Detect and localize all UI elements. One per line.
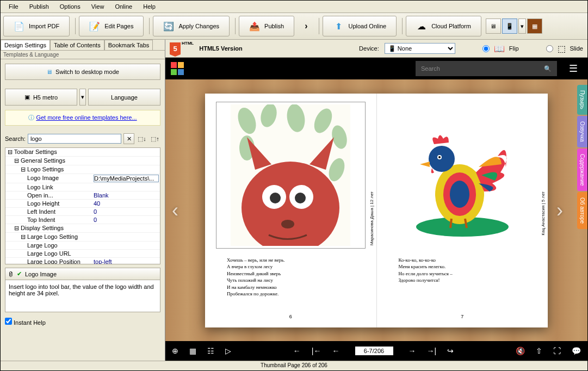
preview-search-box[interactable]: Search 🔍 [416,61,557,76]
left-page-poem: Хочешь – верь, или не верь. А вчера в гл… [216,254,366,301]
import-pdf-button[interactable]: 📄 Import PDF [3,16,70,36]
zoom-icon[interactable]: ⊕ [172,347,178,355]
sort-desc-button[interactable]: ⬚↑ [150,133,160,144]
theme-icon: ▣ [24,94,30,101]
tab-bookmark[interactable]: Bookmark Tabs [104,40,153,50]
publish-button[interactable]: 📤 Publish [239,16,294,36]
apply-changes-label: Apply Changes [178,23,219,29]
tree-row[interactable]: Large Logo [5,242,160,250]
book-area: ‹ › ПузырьОзвучкаСодержаниеОб авторе [165,79,587,341]
publish-label: Publish [264,23,284,29]
upload-icon: ⬆ [333,21,344,32]
page-counter-input[interactable] [355,347,393,355]
language-button[interactable]: Language [88,89,160,106]
tree-row[interactable]: Top Indent0 [5,216,160,224]
sound-icon[interactable]: 🔇 [516,347,525,355]
thumbnails-icon[interactable]: ▦ [189,347,196,355]
cloud-platform-button[interactable]: ☁ Cloud Platform [406,16,481,36]
help-icon: 🛢 [8,271,14,277]
menu-options[interactable]: Options [54,2,86,11]
bookmark-tab[interactable]: Об авторе [577,192,587,229]
right-page-poem: Ко-ко-ко, ко-ко-ко Меня красить нелегко.… [388,254,537,287]
svg-point-18 [429,146,455,172]
sort-asc-button[interactable]: ⬚↓ [137,133,147,144]
bookmark-tab[interactable]: Содержание [577,149,587,191]
tab-design-settings[interactable]: Design Settings [1,40,50,50]
cloud-icon: ☁ [416,21,427,32]
apply-changes-button[interactable]: 🔄 Apply Changes [153,16,230,36]
book-spread: Марасинова Даша | 12 лет Хочешь – верь, … [205,94,548,327]
share-icon[interactable]: ⇧ [536,347,542,355]
search-input[interactable] [28,134,121,144]
theme-dropdown-button[interactable]: ▾ [79,89,86,106]
html5-icon: 5 [170,42,181,54]
tree-row[interactable]: Open in...Blank [5,191,160,200]
right-panel: 5 HTML HTML5 Version Device: 📱 None 📖 Fl… [165,40,587,361]
right-page-number: 7 [388,314,537,319]
forward-icon[interactable]: ↪ [447,347,454,355]
menu-file[interactable]: File [3,2,24,11]
slide-radio[interactable] [546,45,553,52]
comment-icon[interactable]: 💬 [572,347,581,355]
bookmark-tab[interactable]: Пузырь [577,85,587,115]
settings-tree[interactable]: ⊟ Toolbar Settings⊟ General Settings⊟ Lo… [5,147,160,264]
html5-badge: 5 HTML HTML5 Version [170,42,243,54]
hamburger-icon[interactable]: ☰ [569,63,582,75]
next-page-arrow[interactable]: › [556,199,563,222]
edit-icon: 📝 [89,21,100,32]
reader-bottom-bar: ⊕ ▦ ☷ ▷ ← |← ← → →| ↪ 🔇 ⇧ ⛶ 💬 [165,341,587,361]
fullscreen-icon[interactable]: ⛶ [553,347,561,355]
prev-icon[interactable]: ← [332,347,340,355]
cloud-platform-label: Cloud Platform [431,23,471,29]
tree-row[interactable]: ⊟ Display Settings [5,224,160,233]
tree-row[interactable]: ⊟ General Settings [5,157,160,165]
prev-page-arrow[interactable]: ‹ [172,199,178,222]
menu-help[interactable]: Help [138,2,161,11]
tree-row[interactable]: Logo Height40 [5,200,160,208]
info-icon: ⓘ [28,114,34,121]
next-icon[interactable]: → [408,347,416,355]
back-icon[interactable]: ← [293,347,301,355]
tree-row[interactable]: Logo ImageD:\myMediaProjects\... [5,174,160,183]
tree-row[interactable]: ⊟ Large Logo Setting [5,233,160,242]
mobile-view-button[interactable]: 📱 [502,18,517,34]
tab-toc[interactable]: Table of Contents [50,40,104,50]
switch-desktop-label: Switch to desktop mode [55,69,119,75]
device-select[interactable]: 📱 None [385,43,455,54]
left-page-caption: Марасинова Даша | 12 лет [369,191,374,245]
tree-row[interactable]: Large Logo URL [5,250,160,258]
theme-button[interactable]: ▣ H5 metro [5,89,77,106]
search-icon: 🔍 [544,65,552,72]
play-icon[interactable]: ▷ [225,347,231,355]
tree-row[interactable]: ⊟ Toolbar Settings [5,148,160,157]
templates-link[interactable]: Get more free online templates here... [36,114,137,121]
switch-desktop-button[interactable]: 🖥 Switch to desktop mode [5,64,160,80]
menu-view[interactable]: View [86,2,110,11]
tree-row[interactable]: Logo Link [5,183,160,191]
preview-toolbar: 5 HTML HTML5 Version Device: 📱 None 📖 Fl… [165,40,587,58]
upload-online-button[interactable]: ⬆ Upload Online [323,16,397,36]
left-panel: Design Settings Table of Contents Bookma… [1,40,165,361]
upload-online-label: Upload Online [348,23,386,29]
menu-online[interactable]: Online [109,2,138,11]
grid-view-button[interactable]: ▦ [527,18,542,34]
desktop-view-button[interactable]: 🖥 [486,18,501,34]
edit-pages-button[interactable]: 📝 Edit Pages [79,16,144,36]
list-icon[interactable]: ☷ [207,347,214,355]
clear-search-button[interactable]: ✕ [123,133,134,144]
instant-help-checkbox[interactable]: Instant Help [5,319,46,326]
last-page-icon[interactable]: →| [427,347,437,355]
dropdown-button[interactable]: ▾ [518,18,526,34]
toolbar-chevron-icon[interactable]: › [296,21,315,31]
publish-icon: 📤 [249,21,260,32]
tree-row[interactable]: Left Indent0 [5,208,160,216]
flip-radio[interactable] [482,45,490,52]
tree-row[interactable]: ⊟ Logo Settings [5,165,160,174]
first-page-icon[interactable]: |← [312,347,321,355]
menubar: File Publish Options View Online Help [1,1,587,13]
bookmark-tab[interactable]: Озвучка [577,116,587,147]
menu-publish[interactable]: Publish [24,2,54,11]
tree-row[interactable]: Large Logo Positiontop-left [5,258,160,264]
svg-point-17 [450,181,469,208]
svg-point-12 [295,193,306,203]
